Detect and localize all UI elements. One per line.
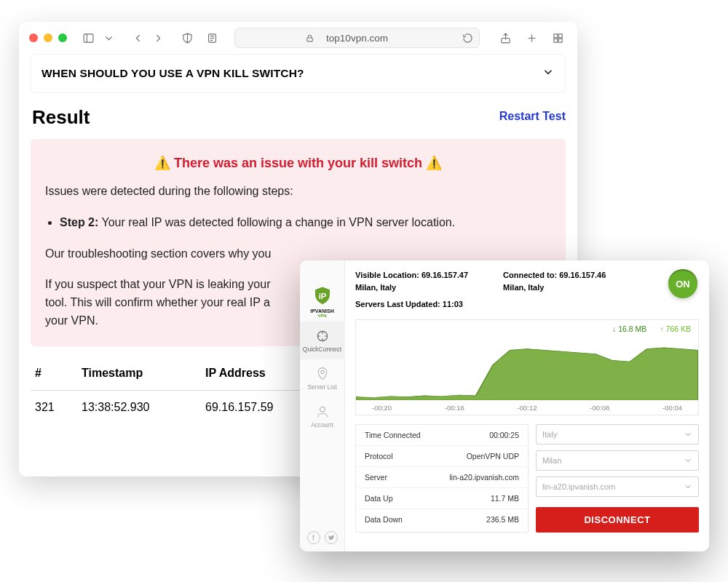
stat-label: Data Down — [365, 515, 403, 524]
address-bar-text: top10vpn.com — [326, 33, 388, 44]
on-toggle[interactable]: ON — [668, 269, 697, 298]
axis-tick: -00:20 — [372, 404, 392, 412]
maximize-icon[interactable] — [58, 33, 67, 42]
server-dropdown[interactable]: lin-a20.ipvanish.com — [536, 477, 699, 497]
servers-updated-label: Servers Last Updated: — [355, 300, 440, 308]
reader-icon[interactable] — [202, 28, 221, 47]
nav-quickconnect[interactable]: QuickConnect — [300, 322, 345, 359]
visible-location-ip: 69.16.157.47 — [422, 271, 468, 279]
visible-location-city: Milan, Italy — [355, 283, 396, 292]
ipvanish-logo: iP IPVANISH VPN — [304, 281, 341, 322]
facebook-icon[interactable]: f — [307, 531, 320, 544]
col-index: # — [35, 367, 82, 380]
reload-icon[interactable] — [462, 33, 473, 46]
issues-intro: Issues were detected during the followin… — [45, 183, 551, 201]
cell-index: 321 — [35, 401, 82, 414]
share-icon[interactable] — [496, 28, 515, 47]
social-links: f — [307, 531, 338, 544]
svg-point-17 — [320, 370, 323, 373]
result-heading: Result — [32, 106, 90, 129]
stat-value: lin-a20.ipvanish.com — [449, 473, 519, 482]
axis-tick: -00:08 — [590, 404, 609, 412]
svg-rect-11 — [553, 33, 557, 37]
app-main: Visible Location: 69.16.157.47 Milan, It… — [345, 260, 709, 551]
twitter-icon[interactable] — [325, 531, 338, 544]
close-icon[interactable] — [29, 33, 38, 42]
browser-titlebar: top10vpn.com — [19, 22, 577, 54]
legend-up: ↑ 766 KB — [660, 324, 691, 333]
chevron-down-icon — [542, 65, 555, 81]
stat-value: OpenVPN UDP — [467, 452, 519, 461]
nav-label: QuickConnect — [303, 346, 341, 353]
brand-label: IPVANISH — [310, 308, 334, 314]
back-button[interactable] — [128, 28, 147, 47]
visible-location-label: Visible Location: — [355, 271, 419, 279]
stat-label: Server — [365, 473, 387, 482]
nav-serverlist[interactable]: Server List — [300, 359, 345, 397]
stat-value: 11.7 MB — [491, 494, 519, 503]
dropdown-value: lin-a20.ipvanish.com — [542, 482, 615, 491]
stats-panel: Time Connected 00:00:25 Protocol OpenVPN… — [355, 424, 529, 533]
svg-rect-13 — [553, 39, 557, 42]
shield-icon[interactable] — [178, 28, 197, 47]
stat-value: 00:00:25 — [489, 431, 519, 439]
chart-axis: -00:20 -00:16 -00:12 -00:08 -00:04 — [356, 404, 698, 412]
alert-title-text: There was an issue with your kill switch — [174, 156, 422, 170]
connected-to-city: Milan, Italy — [503, 283, 544, 292]
step-label: Step 2: — [60, 216, 98, 228]
lock-icon — [305, 33, 314, 45]
connected-to-label: Connected to: — [503, 271, 557, 279]
nav-account[interactable]: Account — [300, 397, 345, 435]
disconnect-button[interactable]: DISCONNECT — [536, 507, 699, 533]
connected-to-ip: 69.16.157.46 — [559, 271, 606, 279]
servers-updated-time: 11:03 — [443, 300, 463, 308]
stat-label: Data Up — [365, 494, 393, 503]
warning-icon: ⚠️ — [426, 156, 442, 170]
ipvanish-window: iP IPVANISH VPN QuickConnect Server List… — [300, 260, 709, 551]
stat-label: Protocol — [365, 452, 393, 461]
accordion-title: WHEN SHOULD YOU USE A VPN KILL SWITCH? — [41, 67, 304, 80]
svg-point-18 — [320, 407, 325, 412]
new-tab-icon[interactable] — [522, 28, 541, 47]
svg-text:iP: iP — [318, 291, 326, 300]
accordion-item[interactable]: WHEN SHOULD YOU USE A VPN KILL SWITCH? — [31, 54, 566, 93]
minimize-icon[interactable] — [44, 33, 52, 42]
cell-timestamp: 13:38:52.930 — [82, 401, 205, 414]
chevron-down-icon[interactable] — [99, 28, 118, 47]
warning-icon: ⚠️ — [154, 156, 170, 170]
brand-sub: VPN — [317, 314, 326, 318]
svg-rect-14 — [558, 39, 562, 42]
dropdown-value: Italy — [542, 430, 557, 439]
legend-down: ↓ 16.8 MB — [612, 324, 646, 333]
chart-legend: ↓ 16.8 MB ↑ 766 KB — [612, 324, 691, 333]
accordion: WHEN SHOULD YOU USE A VPN KILL SWITCH? — [31, 54, 566, 93]
traffic-chart: ↓ 16.8 MB ↑ 766 KB -00:20 -00:16 -00:12 … — [355, 319, 699, 415]
window-controls[interactable] — [29, 33, 67, 42]
svg-rect-7 — [306, 38, 312, 41]
forward-button[interactable] — [149, 28, 167, 47]
tab-overview-icon[interactable] — [548, 28, 567, 47]
address-bar[interactable]: top10vpn.com — [234, 28, 480, 48]
axis-tick: -00:16 — [445, 404, 464, 412]
svg-rect-0 — [84, 33, 93, 41]
nav-label: Server List — [307, 383, 337, 391]
stat-value: 236.5 MB — [486, 515, 519, 524]
axis-tick: -00:12 — [518, 404, 537, 412]
dropdown-value: Milan — [542, 456, 561, 465]
app-sidebar: iP IPVANISH VPN QuickConnect Server List… — [300, 260, 345, 551]
issue-step: Step 2: Your real IP was detected follow… — [60, 214, 551, 232]
chart-area — [356, 336, 698, 400]
country-dropdown[interactable]: Italy — [536, 424, 699, 445]
col-timestamp: Timestamp — [82, 367, 205, 380]
connection-info: Visible Location: 69.16.157.47 Milan, It… — [355, 269, 699, 311]
axis-tick: -00:04 — [662, 404, 682, 412]
city-dropdown[interactable]: Milan — [536, 450, 699, 471]
alert-title: ⚠️ There was an issue with your kill swi… — [45, 155, 551, 171]
nav-label: Account — [311, 421, 333, 428]
svg-rect-12 — [558, 33, 562, 37]
restart-test-link[interactable]: Restart Test — [499, 110, 566, 123]
stat-label: Time Connected — [365, 431, 421, 439]
step-text: Your real IP was detected following a ch… — [102, 216, 456, 228]
sidebar-toggle-icon[interactable] — [79, 28, 98, 47]
